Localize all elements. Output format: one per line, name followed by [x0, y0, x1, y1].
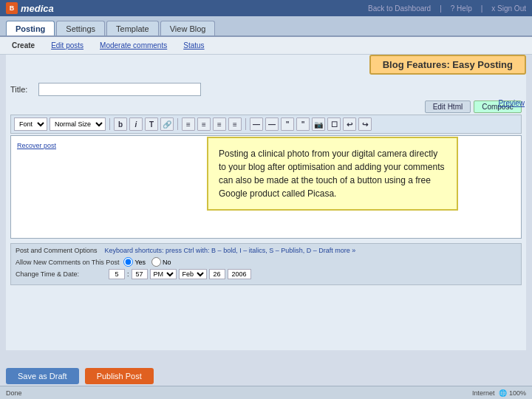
top-bar: B medica Back to Dashboard | ? Help | x … — [0, 0, 532, 16]
toolbar-divider-3 — [245, 118, 246, 130]
minute-input[interactable] — [132, 269, 148, 279]
popup-box: Posting a clinical photo from your digit… — [207, 137, 458, 211]
align-justify-button[interactable]: ≡ — [228, 117, 242, 131]
allow-comments-row: Allow New Comments on This Post Yes No — [16, 257, 516, 267]
radio-yes[interactable]: Yes — [123, 257, 146, 267]
list-button[interactable]: — — [250, 117, 263, 131]
zoom-level: 🌐 100% — [499, 389, 526, 397]
link-button[interactable]: 🔗 — [160, 117, 174, 131]
align-left-button[interactable]: ≡ — [182, 117, 195, 131]
top-links: Back to Dashboard | ? Help | x Sign Out — [368, 4, 526, 13]
page-title: Blog Features: Easy Posting — [369, 55, 526, 75]
popup-text: Posting a clinical photo from your digit… — [219, 149, 445, 199]
indent-button[interactable]: — — [265, 117, 279, 131]
hour-input[interactable] — [109, 269, 125, 279]
help-link[interactable]: ? Help — [451, 4, 472, 13]
logo: B medica — [6, 2, 54, 14]
toolbar-divider-2 — [177, 118, 178, 130]
toolbar-divider-1 — [109, 118, 110, 130]
blockquote-button[interactable]: " — [281, 117, 294, 131]
date-label: Change Time & Date: — [16, 270, 104, 278]
year-input[interactable] — [228, 269, 251, 279]
tab-template[interactable]: Template — [106, 21, 159, 35]
title-label: Title: — [10, 85, 33, 94]
status-done: Done — [6, 389, 22, 397]
allow-comments-label: Allow New Comments on This Post — [16, 259, 119, 266]
tab-view-blog[interactable]: View Blog — [160, 21, 216, 35]
logo-text: medica — [21, 3, 54, 14]
date-time-row: Change Time & Date: : PM AM Feb — [16, 269, 516, 279]
title-row: Title: — [10, 83, 522, 96]
bottom-buttons: Save as Draft Publish Post — [6, 368, 154, 384]
image-button[interactable]: 📷 — [312, 117, 325, 131]
editor-mode-buttons: Edit Html Compose — [10, 100, 522, 113]
tab-posting[interactable]: Posting — [6, 21, 55, 35]
title-input[interactable] — [38, 83, 201, 96]
html-button[interactable]: ☐ — [327, 117, 341, 131]
align-right-button[interactable]: ≡ — [213, 117, 226, 131]
day-input[interactable] — [209, 269, 225, 279]
ampm-select[interactable]: PM AM — [150, 269, 177, 279]
sub-nav: Create Edit posts Moderate comments Stat… — [0, 37, 532, 55]
font-select[interactable]: Font — [14, 117, 47, 131]
align-center-button[interactable]: ≡ — [197, 117, 211, 131]
editor-toolbar: Font Normal Size b i T 🔗 ≡ ≡ ≡ ≡ — — " "… — [10, 115, 522, 134]
tab-settings[interactable]: Settings — [56, 21, 105, 35]
sign-out-link[interactable]: x Sign Out — [491, 4, 526, 13]
italic-button[interactable]: i — [129, 117, 143, 131]
sub-nav-moderate-comments[interactable]: Moderate comments — [94, 40, 173, 51]
undo-button[interactable]: ↩ — [343, 117, 356, 131]
post-options-panel: Post and Comment Options Keyboard shortc… — [10, 243, 522, 285]
sub-nav-create[interactable]: Create — [6, 40, 41, 51]
save-draft-button[interactable]: Save as Draft — [6, 368, 79, 384]
sub-nav-edit-posts[interactable]: Edit posts — [45, 40, 89, 51]
preview-link[interactable]: Preview — [498, 99, 525, 107]
sub-nav-status[interactable]: Status — [177, 40, 210, 51]
radio-no[interactable]: No — [151, 257, 171, 267]
main-nav: Posting Settings Template View Blog — [0, 16, 532, 37]
post-options-title: Post and Comment Options — [16, 247, 98, 254]
unblockquote-button[interactable]: " — [296, 117, 310, 131]
bold-button[interactable]: b — [114, 117, 127, 131]
font-color-button[interactable]: T — [145, 117, 158, 131]
redo-button[interactable]: ↪ — [358, 117, 372, 131]
keyboard-shortcuts-text: Keyboard shortcuts: press Ctrl with: B –… — [105, 247, 516, 254]
edit-html-button[interactable]: Edit Html — [425, 100, 471, 113]
publish-button[interactable]: Publish Post — [85, 368, 154, 384]
back-to-dashboard-link[interactable]: Back to Dashboard — [368, 4, 431, 13]
status-bar: Done Internet 🌐 100% — [0, 386, 532, 399]
month-select[interactable]: Feb — [179, 269, 207, 279]
size-select[interactable]: Normal Size — [50, 117, 106, 131]
internet-status: Internet — [472, 389, 495, 397]
logo-icon: B — [6, 2, 18, 14]
